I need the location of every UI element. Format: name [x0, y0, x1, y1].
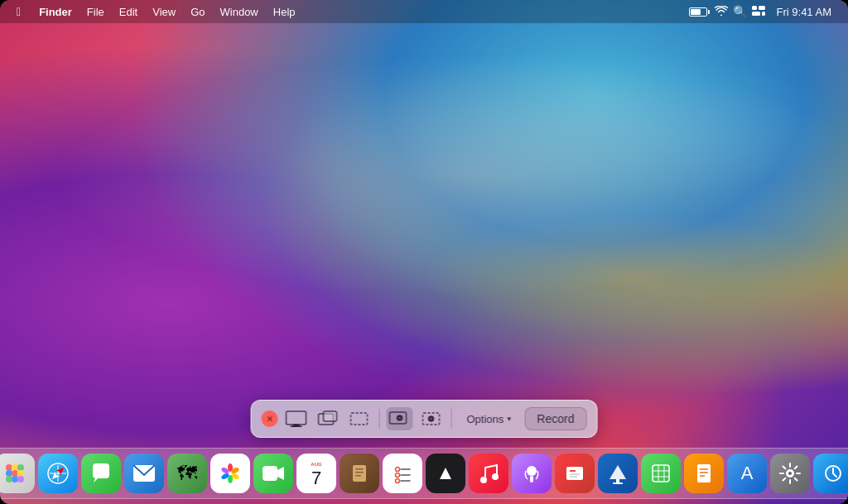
svg-rect-40 — [355, 468, 364, 470]
menubar-file[interactable]: File — [80, 4, 111, 20]
svg-point-21 — [17, 470, 24, 477]
dock-app-numbers[interactable] — [641, 454, 681, 493]
svg-point-16 — [6, 464, 12, 471]
dock-app-pages[interactable] — [684, 454, 724, 493]
svg-rect-37 — [263, 466, 277, 481]
record-screen-button[interactable] — [387, 407, 413, 430]
dock-app-mail[interactable] — [124, 454, 164, 493]
svg-rect-59 — [616, 479, 619, 482]
svg-rect-1 — [759, 6, 765, 10]
svg-rect-0 — [752, 6, 757, 10]
toolbar-divider-2 — [451, 409, 452, 429]
dock-app-news[interactable] — [555, 454, 595, 493]
svg-point-12 — [398, 417, 401, 420]
svg-rect-3 — [762, 12, 765, 16]
svg-point-52 — [527, 466, 537, 476]
svg-marker-38 — [277, 467, 284, 480]
svg-rect-53 — [530, 476, 533, 482]
svg-point-18 — [17, 464, 24, 471]
menubar-view[interactable]: View — [146, 4, 182, 20]
dock-app-launchpad[interactable] — [0, 454, 35, 493]
svg-rect-66 — [697, 464, 711, 482]
battery-icon — [689, 7, 710, 17]
svg-rect-9 — [351, 413, 368, 425]
svg-point-43 — [396, 468, 400, 472]
record-selection-button[interactable] — [418, 407, 445, 430]
menubar:  Finder File Edit View Go Window Help — [0, 0, 848, 23]
svg-point-45 — [396, 473, 400, 478]
svg-point-72 — [788, 472, 792, 475]
chevron-down-icon: ▾ — [507, 415, 511, 423]
svg-rect-8 — [324, 411, 337, 421]
svg-rect-6 — [292, 426, 301, 427]
dock-app-settings[interactable] — [770, 454, 810, 493]
svg-point-17 — [12, 464, 18, 471]
svg-point-15 — [430, 418, 432, 420]
capture-window-button[interactable] — [315, 407, 341, 430]
svg-rect-42 — [355, 475, 361, 477]
menubar-window[interactable]: Window — [214, 4, 265, 20]
svg-point-51 — [492, 473, 499, 480]
svg-rect-41 — [355, 472, 364, 473]
options-label: Options — [467, 413, 504, 425]
svg-point-22 — [6, 476, 12, 482]
dock-app-podcasts[interactable] — [512, 454, 552, 493]
svg-point-23 — [12, 476, 18, 482]
svg-line-78 — [795, 478, 797, 481]
svg-line-77 — [783, 467, 786, 469]
menubar-right: 🔍 Fri 9:41 AM — [689, 4, 838, 20]
controlcenter-icon[interactable] — [752, 6, 765, 18]
toolbar-divider-1 — [379, 409, 380, 429]
wifi-icon[interactable] — [715, 5, 728, 18]
menubar-go[interactable]: Go — [184, 4, 211, 20]
svg-point-19 — [6, 470, 12, 477]
dock-app-photos[interactable] — [210, 454, 250, 493]
dock-app-reminders[interactable] — [383, 454, 422, 493]
close-icon: ✕ — [267, 415, 273, 424]
svg-line-79 — [795, 467, 797, 469]
apple-menu[interactable]:  — [10, 3, 27, 20]
macbook-frame:  Finder File Edit View Go Window Help — [0, 0, 848, 504]
dock-app-keynote[interactable] — [598, 454, 638, 493]
dock-app-calendar[interactable]: AUG 7 — [296, 454, 336, 493]
dock: 🔵 — [0, 448, 848, 499]
capture-entire-screen-button[interactable] — [283, 407, 310, 430]
svg-line-80 — [783, 478, 786, 481]
svg-rect-60 — [613, 482, 623, 484]
dock-app-appletv[interactable] — [426, 454, 465, 493]
dock-app-screentime[interactable] — [813, 454, 848, 493]
svg-rect-39 — [353, 465, 366, 482]
svg-rect-61 — [653, 465, 669, 482]
menubar-edit[interactable]: Edit — [113, 4, 144, 20]
dock-app-safari[interactable] — [38, 454, 78, 493]
record-label: Record — [537, 412, 574, 425]
menubar-help[interactable]: Help — [267, 4, 302, 20]
menubar-time[interactable]: Fri 9:41 AM — [770, 4, 838, 20]
record-button[interactable]: Record — [524, 407, 586, 430]
svg-marker-49 — [440, 468, 451, 479]
dock-app-appstore[interactable]: A — [727, 454, 767, 493]
capture-selection-button[interactable] — [346, 407, 373, 430]
screenshot-toolbar: ✕ — [251, 400, 598, 438]
close-button[interactable]: ✕ — [262, 410, 278, 427]
svg-rect-4 — [287, 411, 306, 425]
dock-app-music[interactable] — [469, 454, 508, 493]
menubar-finder[interactable]: Finder — [32, 4, 79, 20]
svg-point-20 — [12, 470, 18, 477]
svg-rect-54 — [566, 467, 583, 480]
dock-app-facetime[interactable] — [253, 454, 293, 493]
dock-app-messages[interactable] — [81, 454, 121, 493]
svg-text:A: A — [741, 463, 754, 483]
svg-point-24 — [17, 476, 24, 482]
dock-app-brown[interactable] — [340, 454, 379, 493]
svg-rect-2 — [752, 12, 760, 16]
options-button[interactable]: Options ▾ — [459, 410, 520, 429]
dock-app-maps[interactable]: 🗺 — [167, 454, 207, 493]
menubar-left:  Finder File Edit View Go Window Help — [10, 3, 689, 20]
svg-point-47 — [396, 479, 400, 483]
svg-marker-58 — [610, 465, 626, 479]
svg-point-50 — [480, 477, 487, 483]
search-icon[interactable]: 🔍 — [733, 5, 747, 18]
